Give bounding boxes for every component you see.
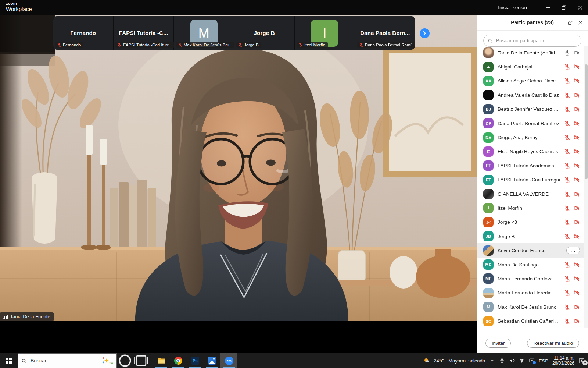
invite-button[interactable]: Invitar — [485, 339, 511, 348]
cortana-button[interactable] — [117, 353, 133, 368]
participant-row[interactable]: J< Jorge <3 — [477, 215, 584, 229]
tile-display-name: Fernando — [70, 30, 96, 36]
more-options-button[interactable]: … — [566, 247, 580, 254]
brand-zoom: zoom — [6, 1, 32, 6]
camera-off-icon — [574, 290, 580, 296]
camera-off-icon — [574, 276, 580, 282]
tile-name-label: Jorge B — [236, 42, 261, 48]
chrome-button[interactable] — [170, 353, 187, 368]
participant-row[interactable]: AA Allison Angie Ochoa Placencia — [477, 74, 584, 88]
participant-row[interactable]: María Fernanda Heredia — [477, 286, 584, 300]
participant-row[interactable]: JB Jorge B — [477, 229, 584, 243]
participant-row[interactable]: DA Diego, Ana, Berny — [477, 130, 584, 144]
camera-off-icon — [574, 177, 580, 183]
sign-in-button[interactable]: Iniciar sesión — [498, 5, 527, 10]
task-view-button[interactable] — [133, 353, 149, 368]
mic-muted-icon — [564, 64, 570, 70]
tray-volume-icon[interactable] — [509, 358, 515, 364]
weather-icon[interactable] — [424, 358, 430, 364]
weather-condition[interactable]: Mayorm. soleado — [448, 358, 485, 364]
taskbar-search[interactable]: ✦✦✦ — [18, 353, 117, 368]
filmstrip-next-button[interactable] — [420, 28, 430, 38]
participant-name: Allison Angie Ochoa Placencia — [498, 78, 564, 84]
photoshop-button[interactable]: Ps — [187, 353, 204, 368]
restore-button[interactable] — [556, 0, 572, 15]
taskbar-search-input[interactable] — [30, 357, 79, 364]
camera-off-icon — [574, 92, 580, 98]
tile-name-label: Fernando — [55, 42, 83, 48]
tray-wifi-icon[interactable] — [519, 358, 525, 364]
participant-row[interactable]: E Elsie Nagib Reyes Caceres — [477, 145, 584, 159]
filmstrip-tile[interactable]: I Itzel Morfín — [295, 16, 354, 50]
participant-row[interactable]: Tania De la Fuente (Anfitrión) — [477, 46, 584, 60]
participant-avatar: J< — [483, 217, 494, 227]
participant-search-input[interactable] — [495, 38, 577, 44]
participant-avatar — [483, 245, 494, 256]
photos-button[interactable] — [204, 353, 220, 368]
file-explorer-button[interactable] — [153, 353, 170, 368]
participant-avatar: E — [483, 146, 494, 157]
cortana-icon — [117, 353, 133, 368]
zoom-app-button[interactable]: zm — [220, 353, 237, 368]
camera-off-icon — [574, 219, 580, 225]
camera-on-icon — [574, 50, 580, 56]
participant-avatar: DP — [483, 118, 494, 128]
participant-row[interactable]: MD Maria De Santiago — [477, 258, 584, 272]
participant-row[interactable]: Kevin Condori Franco … — [477, 243, 584, 257]
participants-title: Participantes (23) — [511, 20, 554, 25]
language-indicator[interactable]: ESP — [539, 358, 548, 364]
restore-icon — [562, 5, 566, 10]
participant-avatar: AA — [483, 76, 494, 86]
pop-out-icon[interactable] — [567, 20, 573, 25]
participant-list: Tania De la Fuente (Anfitrión) A Abigail… — [477, 46, 584, 329]
participant-row[interactable]: GIANELLA VALVERDE — [477, 187, 584, 201]
unmute-audio-button[interactable]: Reactivar mi audio — [527, 339, 579, 348]
weather-temperature[interactable]: 24°C — [434, 358, 444, 364]
panel-scrollbar[interactable] — [584, 46, 588, 328]
close-panel-icon[interactable] — [578, 20, 583, 25]
mic-muted-icon — [564, 219, 570, 225]
participant-name: Elsie Nagib Reyes Caceres — [498, 149, 564, 154]
mic-muted-icon — [564, 276, 570, 282]
scrollbar-thumb[interactable] — [585, 64, 588, 179]
notification-center-button[interactable]: 2 — [578, 357, 585, 364]
participant-row[interactable]: Andrea Valeria Castillo Diaz — [477, 88, 584, 102]
start-button[interactable] — [0, 353, 18, 368]
mic-muted-icon — [564, 78, 570, 84]
participant-row[interactable]: BJ Beatriz Jennifer Vasquez Gama... — [477, 102, 584, 116]
participant-name: Itzel Morfín — [498, 205, 564, 211]
minimize-button[interactable] — [539, 0, 556, 15]
windows-taskbar: ✦✦✦ Ps zm — [0, 353, 588, 368]
participant-row[interactable]: FT FAPSI Tutoría Académica — [477, 159, 584, 173]
tray-chevron-icon[interactable] — [489, 358, 495, 364]
close-button[interactable] — [572, 0, 588, 15]
tray-mic-icon[interactable] — [499, 358, 505, 364]
participant-row[interactable]: DP Dana Paola Bernal Ramírez — [477, 116, 584, 130]
participant-row[interactable]: I Itzel Morfín — [477, 201, 584, 215]
filmstrip-tile[interactable]: M Max Karol De Jesús Bru... — [174, 16, 234, 50]
mic-muted-icon — [564, 262, 570, 268]
task-view-icon — [133, 353, 149, 368]
participant-row[interactable]: FT FAPSI Tutoría -Cori Iturregui — [477, 173, 584, 187]
filmstrip-tile[interactable]: Fernando Fernando — [53, 16, 113, 50]
mic-muted-icon — [564, 163, 570, 169]
minimize-icon — [545, 5, 550, 10]
filmstrip-tile[interactable]: Jorge B Jorge B — [234, 16, 294, 50]
speaker-video-scene — [0, 15, 477, 321]
mic-muted-icon — [57, 43, 61, 47]
filmstrip-tile[interactable]: FAPSI Tutoría -C... FAPSI Tutoría -Cori … — [114, 16, 173, 50]
participant-row[interactable]: SC Sebastian Cristian Cañari Alme... — [477, 314, 584, 328]
chrome-icon — [174, 357, 182, 365]
mic-muted-icon — [564, 205, 570, 211]
participant-row[interactable]: M Max Karol De Jesús Bruno — [477, 300, 584, 314]
participant-row[interactable]: A Abigail Carbajal — [477, 60, 584, 74]
clock[interactable]: 11:14 a.m. 26/03/2026 — [552, 355, 574, 366]
participant-row[interactable]: MF Maria Fernanda Cordova Cam... — [477, 272, 584, 286]
participant-avatar: FT — [483, 175, 494, 185]
filmstrip-tile[interactable]: Dana Paola Bern... Dana Paola Bernal Ram… — [355, 16, 415, 50]
participant-search[interactable] — [483, 35, 581, 47]
tray-cast-icon[interactable] — [529, 358, 535, 364]
camera-off-icon — [574, 148, 580, 155]
participant-name: Sebastian Cristian Cañari Alme... — [498, 318, 564, 324]
participant-name: Abigail Carbajal — [498, 64, 564, 70]
